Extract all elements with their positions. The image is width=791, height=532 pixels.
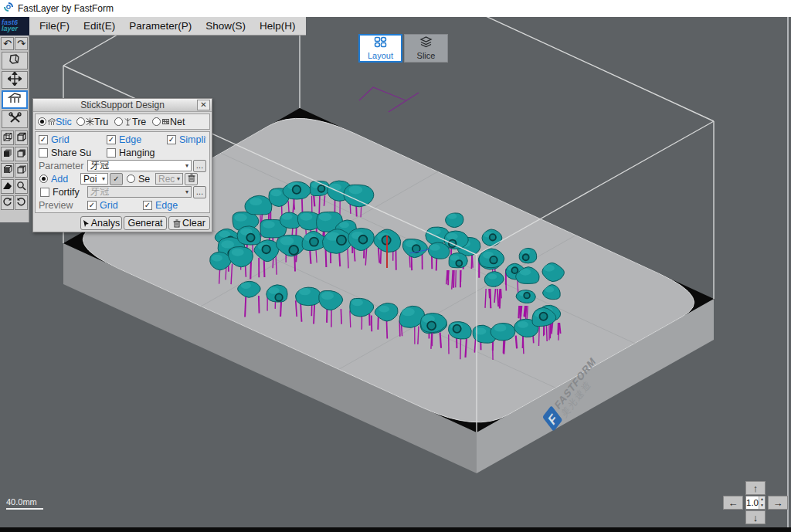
tools-button[interactable] — [2, 110, 28, 128]
share-support-checkbox[interactable] — [39, 148, 48, 158]
clear-button[interactable]: Clear — [168, 216, 210, 230]
undo-button[interactable]: ↶ — [1, 37, 14, 50]
view-cube-right-button[interactable] — [15, 163, 28, 178]
arrow-right-icon: → — [773, 497, 783, 509]
pan-down-button[interactable]: ↓ — [745, 510, 766, 524]
fortify-more-button[interactable]: … — [193, 186, 206, 198]
check-icon: ✓ — [144, 202, 151, 209]
generate-button[interactable]: Generat — [124, 216, 167, 230]
cube-wireframe-icon — [2, 131, 12, 145]
slice-mode-button[interactable]: Slice — [404, 34, 448, 63]
spin-down-button[interactable]: ▼ — [759, 503, 765, 509]
menu-parameter[interactable]: Parameter(P) — [122, 17, 199, 36]
radio-stick[interactable] — [38, 117, 46, 126]
cube-left-icon — [2, 164, 12, 178]
fortify-select[interactable]: 牙冠 ▾ — [87, 186, 192, 198]
view-cube-solid-button[interactable] — [1, 147, 14, 161]
menu-show[interactable]: Show(S) — [199, 17, 253, 36]
zoom-button[interactable] — [15, 179, 28, 194]
slice-icon — [419, 36, 433, 51]
edge-checkbox[interactable]: ✓ — [107, 135, 116, 144]
preview-row: Preview ✓ Grid ✓ Edge — [37, 198, 208, 212]
trash-icon — [173, 219, 181, 228]
parameter-more-button[interactable]: … — [193, 160, 206, 172]
pan-right-button[interactable]: → — [768, 496, 788, 510]
dialog-buttons: Analys Generat Clear — [33, 215, 212, 232]
viewport-right-border — [787, 17, 789, 527]
viewport-3d[interactable]: FFASTFORM美光速造 fast6 layer File(F) Edit(E… — [0, 17, 791, 527]
step-spinner[interactable]: 1.0 ▲ ▼ — [745, 496, 766, 510]
apply-add-button[interactable]: ✓ — [110, 173, 123, 185]
preview-edge-checkbox[interactable]: ✓ — [143, 201, 152, 210]
simplify-checkbox[interactable]: ✓ — [167, 135, 176, 144]
menu-help[interactable]: Help(H) — [253, 17, 303, 36]
delete-support-button[interactable] — [185, 173, 198, 185]
view-cube-wire-button[interactable] — [1, 130, 14, 145]
menu-items: File(F) Edit(E) Parameter(P) Show(S) Hel… — [29, 17, 306, 36]
truss-type-label: Tru — [94, 117, 114, 127]
app-logo: fast6 layer — [0, 17, 29, 36]
grid-checkbox[interactable]: ✓ — [39, 135, 48, 144]
magnifier-icon — [16, 180, 26, 194]
support-type-row: Stic Tru Tre Net — [35, 114, 210, 130]
menu-edit[interactable]: Edit(E) — [76, 17, 122, 36]
move-button[interactable] — [2, 71, 28, 89]
radio-net[interactable] — [152, 117, 161, 126]
more-icon: … — [196, 161, 204, 170]
pan-up-button[interactable]: ↑ — [745, 481, 766, 495]
rotate-ccw-button[interactable] — [15, 195, 28, 210]
check-icon: ✓ — [108, 136, 114, 144]
hanging-checkbox[interactable] — [107, 148, 116, 158]
dialog-close-button[interactable]: ✕ — [197, 100, 210, 110]
preview-grid-checkbox[interactable]: ✓ — [87, 201, 97, 210]
scene-canvas[interactable]: FFASTFORM美光速造 — [0, 17, 791, 527]
mode-switch: Layout Slice — [358, 34, 448, 63]
fit-view-icon — [2, 180, 12, 194]
fortify-row: Fortify 牙冠 ▾ … — [37, 185, 208, 198]
pan-left-button[interactable]: ← — [723, 496, 743, 510]
layout-mode-button[interactable]: Layout — [358, 34, 402, 63]
left-toolbar: ↶ ↷ — [0, 36, 29, 222]
analysis-button[interactable]: Analys — [80, 216, 122, 230]
menu-file[interactable]: File(F) — [32, 17, 76, 36]
spin-up-button[interactable]: ▲ — [759, 496, 765, 503]
select-radio[interactable] — [127, 175, 135, 183]
share-support-label: Share Su — [51, 147, 91, 158]
fortify-checkbox[interactable] — [40, 188, 49, 197]
sticksupport-dialog[interactable]: StickSupport Design ✕ Stic Tru Tre Net — [32, 98, 212, 232]
scale-bar: 40.0mm — [6, 497, 43, 510]
net-type-icon — [161, 117, 170, 126]
redo-button[interactable]: ↷ — [15, 37, 28, 50]
chevron-down-icon: ▾ — [177, 175, 180, 182]
grid-label: Grid — [51, 134, 70, 145]
view-cube-shaded-button[interactable] — [15, 130, 28, 145]
stick-type-label: Stic — [56, 117, 76, 127]
trash-icon — [188, 174, 195, 184]
import-model-button[interactable] — [2, 52, 28, 69]
chevron-down-icon: ▾ — [185, 162, 188, 169]
preview-label: Preview — [39, 200, 87, 211]
support-design-button[interactable] — [2, 90, 28, 109]
chevron-down-icon: ▾ — [185, 188, 188, 195]
title-bar: FastLayer by FastForm — [0, 0, 791, 17]
app-window: FastLayer by FastForm FFASTFORM美光速造 fast… — [0, 0, 791, 532]
truss-type-icon — [86, 117, 94, 126]
view-fit-button[interactable] — [1, 179, 14, 194]
radio-tree[interactable] — [114, 117, 123, 126]
options-row-2: Share Su Hanging — [37, 146, 208, 159]
generate-label: Generat — [127, 218, 162, 229]
radio-truss[interactable] — [76, 117, 85, 126]
stick-type-icon — [47, 117, 56, 126]
rotate-cw-icon — [2, 196, 12, 210]
point-select[interactable]: Poi ▾ — [80, 173, 108, 185]
view-cube-left-button[interactable] — [1, 163, 14, 178]
check-icon: ✓ — [168, 136, 175, 144]
edge-label: Edge — [119, 134, 141, 145]
rect-select[interactable]: Rec ▾ — [155, 173, 183, 185]
rotate-cw-button[interactable] — [1, 195, 14, 210]
add-radio[interactable] — [39, 175, 48, 183]
parameter-select[interactable]: 牙冠 ▾ — [87, 160, 192, 171]
chevron-down-icon: ▾ — [102, 175, 105, 182]
view-cube-half-button[interactable] — [15, 147, 28, 161]
dialog-title-bar[interactable]: StickSupport Design ✕ — [33, 99, 212, 112]
